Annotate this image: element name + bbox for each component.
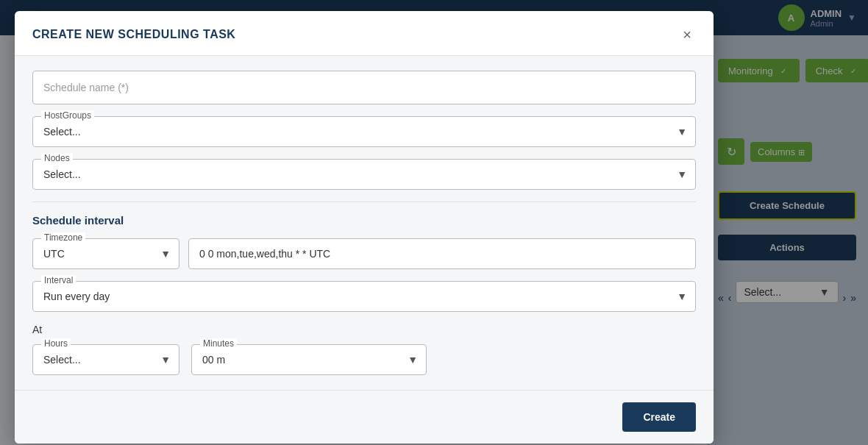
cron-expression: 0 0 mon,tue,wed,thu * * UTC bbox=[188, 238, 696, 269]
timezone-label: Timezone bbox=[41, 232, 85, 243]
nodes-select[interactable]: Select... bbox=[32, 159, 696, 190]
timezone-row: Timezone UTC ▼ 0 0 mon,tue,wed,thu * * U… bbox=[32, 238, 696, 269]
hours-field: Hours Select... ▼ bbox=[32, 344, 179, 375]
schedule-interval-title: Schedule interval bbox=[32, 214, 696, 227]
section-separator bbox=[32, 202, 696, 202]
schedule-name-wrapper bbox=[32, 71, 696, 104]
modal-close-button[interactable]: × bbox=[678, 26, 696, 43]
schedule-name-field bbox=[32, 71, 696, 104]
schedule-interval-section: Schedule interval Timezone UTC ▼ 0 0 mon… bbox=[32, 214, 696, 375]
hours-select[interactable]: Select... bbox=[32, 344, 179, 375]
timezone-select[interactable]: UTC bbox=[32, 238, 179, 269]
hostgroups-label: HostGroups bbox=[41, 110, 94, 121]
create-button[interactable]: Create bbox=[622, 402, 696, 432]
modal-footer: Create bbox=[15, 390, 714, 444]
at-label: At bbox=[32, 324, 696, 335]
interval-select[interactable]: Run every day bbox=[32, 281, 696, 312]
hostgroups-select[interactable]: Select... bbox=[32, 116, 696, 147]
nodes-label: Nodes bbox=[41, 153, 73, 163]
modal-dialog: CREATE NEW SCHEDULING TASK × HostGroups … bbox=[15, 11, 714, 444]
timezone-field: Timezone UTC ▼ bbox=[32, 238, 179, 269]
interval-label: Interval bbox=[41, 275, 76, 285]
at-section: At Hours Select... ▼ Minutes bbox=[32, 324, 696, 375]
nodes-field: Nodes Select... ▼ bbox=[32, 159, 696, 190]
interval-field: Interval Run every day ▼ bbox=[32, 281, 696, 312]
hours-label: Hours bbox=[41, 338, 71, 349]
modal-title: CREATE NEW SCHEDULING TASK bbox=[32, 28, 235, 41]
time-row: Hours Select... ▼ Minutes 00 m bbox=[32, 344, 696, 375]
minutes-field: Minutes 00 m ▼ bbox=[191, 344, 427, 375]
modal-overlay: CREATE NEW SCHEDULING TASK × HostGroups … bbox=[0, 0, 868, 445]
schedule-name-input[interactable] bbox=[32, 71, 696, 104]
modal-body: HostGroups Select... ▼ Nodes Select... ▼… bbox=[15, 56, 714, 390]
minutes-label: Minutes bbox=[200, 338, 237, 349]
modal-header: CREATE NEW SCHEDULING TASK × bbox=[15, 11, 714, 56]
minutes-select[interactable]: 00 m bbox=[191, 344, 427, 375]
hostgroups-field: HostGroups Select... ▼ bbox=[32, 116, 696, 147]
